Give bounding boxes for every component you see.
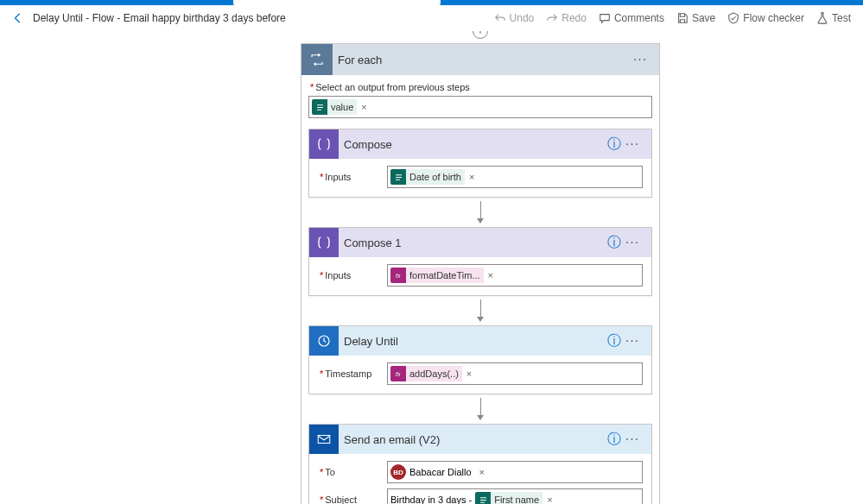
- test-button[interactable]: Test: [816, 12, 851, 24]
- flow-checker-button[interactable]: Flow checker: [727, 12, 804, 24]
- redo-button: Redo: [546, 12, 587, 24]
- back-button[interactable]: [12, 12, 24, 24]
- foreach-select-input[interactable]: value ×: [308, 96, 652, 118]
- svg-rect-3: [318, 436, 330, 444]
- flow-canvas[interactable]: + For each ··· Select an output from pre…: [0, 31, 863, 504]
- connector-arrow: [308, 299, 652, 322]
- remove-token-icon[interactable]: ×: [465, 172, 479, 182]
- remove-token-icon[interactable]: ×: [462, 369, 476, 379]
- data-ops-icon: [309, 129, 339, 159]
- help-icon[interactable]: ⓘ: [606, 431, 622, 449]
- data-ops-icon: [309, 228, 339, 257]
- help-icon[interactable]: ⓘ: [606, 234, 622, 252]
- foreach-header[interactable]: For each ···: [301, 44, 659, 75]
- delay-header[interactable]: Delay Until ⓘ ···: [309, 326, 651, 356]
- delay-until-card[interactable]: Delay Until ⓘ ··· Timestamp fx addDays(.…: [308, 325, 652, 394]
- compose-header[interactable]: Compose ⓘ ···: [309, 129, 651, 159]
- compose-inputs-field[interactable]: Date of birth ×: [387, 166, 643, 188]
- token-dob[interactable]: Date of birth ×: [390, 169, 479, 185]
- token-recipient[interactable]: BD Babacar Diallo ×: [390, 464, 489, 480]
- email-to-field[interactable]: BD Babacar Diallo ×: [387, 461, 643, 483]
- token-adddays[interactable]: fx addDays(..) ×: [390, 366, 476, 381]
- svg-text:fx: fx: [396, 273, 401, 279]
- remove-token-icon[interactable]: ×: [475, 467, 489, 477]
- compose1-header[interactable]: Compose 1 ⓘ ···: [309, 228, 651, 257]
- help-icon[interactable]: ⓘ: [606, 135, 622, 154]
- connector-arrow: [308, 398, 652, 420]
- connector-arrow: [308, 201, 652, 224]
- compose-card[interactable]: Compose ⓘ ··· Inputs Date of birth ×: [308, 129, 652, 198]
- email-menu[interactable]: ···: [622, 432, 643, 447]
- token-firstname[interactable]: First name ×: [475, 492, 556, 504]
- email-subject-field[interactable]: Birthday in 3 days - First name ×: [387, 488, 643, 504]
- add-step-top-button[interactable]: +: [473, 31, 488, 39]
- foreach-card[interactable]: For each ··· Select an output from previ…: [301, 43, 660, 504]
- foreach-select-label: Select an output from previous steps: [310, 82, 652, 92]
- loop-icon: [301, 44, 333, 75]
- compose1-card[interactable]: Compose 1 ⓘ ··· Inputs fx formatDateTim.…: [308, 227, 652, 296]
- delay-menu[interactable]: ···: [622, 333, 643, 349]
- outlook-icon: [309, 425, 339, 454]
- remove-token-icon[interactable]: ×: [357, 102, 371, 112]
- send-email-card[interactable]: Send an email (V2) ⓘ ··· To BD Babacar D…: [308, 424, 652, 504]
- help-icon[interactable]: ⓘ: [606, 332, 622, 350]
- save-button[interactable]: Save: [676, 12, 715, 24]
- remove-token-icon[interactable]: ×: [543, 495, 556, 504]
- page-title: Delay Until - Flow - Email happy birthda…: [33, 12, 286, 24]
- token-value[interactable]: value ×: [312, 99, 371, 115]
- foreach-menu[interactable]: ···: [630, 52, 650, 67]
- svg-text:fx: fx: [396, 371, 401, 377]
- token-formatdatetime[interactable]: fx formatDateTim... ×: [390, 268, 498, 283]
- clock-icon: [309, 326, 339, 356]
- compose-menu[interactable]: ···: [622, 136, 643, 152]
- comments-button[interactable]: Comments: [599, 12, 664, 24]
- delay-timestamp-field[interactable]: fx addDays(..) ×: [387, 362, 643, 385]
- undo-button: Undo: [494, 12, 535, 24]
- command-bar: Delay Until - Flow - Email happy birthda…: [0, 5, 863, 31]
- compose1-inputs-field[interactable]: fx formatDateTim... ×: [387, 264, 643, 287]
- compose1-menu[interactable]: ···: [622, 235, 643, 250]
- email-header[interactable]: Send an email (V2) ⓘ ···: [309, 425, 651, 454]
- remove-token-icon[interactable]: ×: [484, 270, 498, 280]
